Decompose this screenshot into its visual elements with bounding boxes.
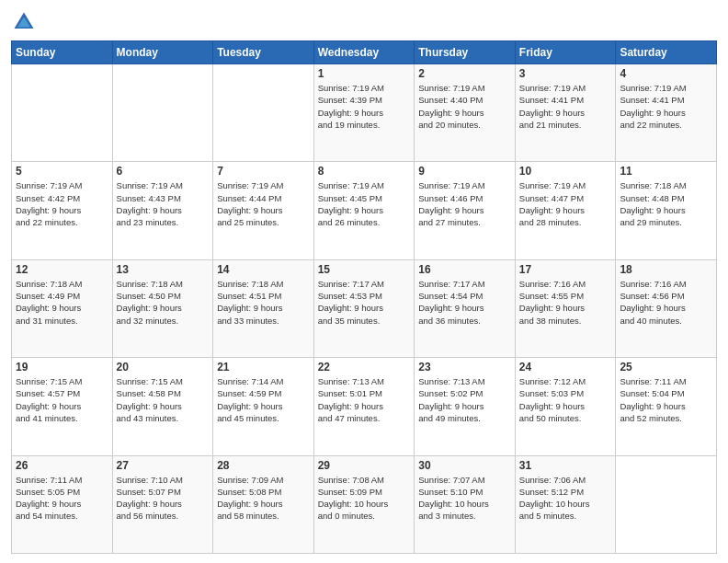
weekday-header: Tuesday [213, 41, 314, 64]
calendar-cell: 28Sunrise: 7:09 AM Sunset: 5:08 PM Dayli… [213, 455, 314, 553]
calendar-cell: 22Sunrise: 7:13 AM Sunset: 5:01 PM Dayli… [313, 358, 415, 455]
cell-date-number: 7 [217, 165, 310, 178]
cell-date-number: 24 [519, 361, 612, 373]
calendar-cell: 6Sunrise: 7:19 AM Sunset: 4:43 PM Daylig… [112, 162, 213, 259]
calendar-week-row: 5Sunrise: 7:19 AM Sunset: 4:42 PM Daylig… [12, 162, 717, 259]
cell-info-text: Sunrise: 7:15 AM Sunset: 4:58 PM Dayligh… [117, 375, 210, 424]
cell-info-text: Sunrise: 7:19 AM Sunset: 4:39 PM Dayligh… [318, 82, 411, 131]
weekday-header: Friday [515, 41, 616, 64]
cell-info-text: Sunrise: 7:18 AM Sunset: 4:48 PM Dayligh… [620, 179, 712, 228]
calendar-cell: 20Sunrise: 7:15 AM Sunset: 4:58 PM Dayli… [112, 358, 213, 455]
calendar-cell: 9Sunrise: 7:19 AM Sunset: 4:46 PM Daylig… [415, 162, 516, 259]
calendar-cell: 7Sunrise: 7:19 AM Sunset: 4:44 PM Daylig… [213, 162, 314, 259]
cell-date-number: 30 [418, 459, 511, 472]
cell-info-text: Sunrise: 7:15 AM Sunset: 4:57 PM Dayligh… [16, 375, 108, 424]
calendar-cell [213, 64, 314, 162]
cell-date-number: 28 [217, 459, 310, 472]
cell-date-number: 1 [318, 67, 411, 80]
calendar-cell: 23Sunrise: 7:13 AM Sunset: 5:02 PM Dayli… [415, 358, 516, 455]
cell-info-text: Sunrise: 7:10 AM Sunset: 5:07 PM Dayligh… [117, 474, 210, 523]
cell-info-text: Sunrise: 7:19 AM Sunset: 4:41 PM Dayligh… [620, 82, 712, 131]
cell-info-text: Sunrise: 7:19 AM Sunset: 4:42 PM Dayligh… [16, 179, 108, 228]
cell-date-number: 18 [620, 263, 712, 276]
cell-info-text: Sunrise: 7:13 AM Sunset: 5:01 PM Dayligh… [318, 375, 411, 424]
cell-info-text: Sunrise: 7:09 AM Sunset: 5:08 PM Dayligh… [217, 474, 310, 523]
calendar-cell: 26Sunrise: 7:11 AM Sunset: 5:05 PM Dayli… [12, 455, 113, 553]
cell-date-number: 13 [117, 263, 210, 276]
cell-date-number: 31 [519, 459, 612, 472]
cell-info-text: Sunrise: 7:18 AM Sunset: 4:51 PM Dayligh… [217, 278, 310, 327]
calendar-cell: 5Sunrise: 7:19 AM Sunset: 4:42 PM Daylig… [12, 162, 113, 259]
calendar-cell: 8Sunrise: 7:19 AM Sunset: 4:45 PM Daylig… [313, 162, 415, 259]
cell-info-text: Sunrise: 7:16 AM Sunset: 4:55 PM Dayligh… [519, 278, 612, 327]
cell-date-number: 9 [418, 165, 511, 178]
weekday-header: Monday [112, 41, 213, 64]
cell-info-text: Sunrise: 7:14 AM Sunset: 4:59 PM Dayligh… [217, 375, 310, 424]
cell-date-number: 6 [117, 165, 210, 178]
cell-info-text: Sunrise: 7:11 AM Sunset: 5:05 PM Dayligh… [16, 474, 108, 523]
weekday-header: Thursday [415, 41, 516, 64]
calendar-cell: 31Sunrise: 7:06 AM Sunset: 5:12 PM Dayli… [515, 455, 616, 553]
cell-info-text: Sunrise: 7:16 AM Sunset: 4:56 PM Dayligh… [620, 278, 712, 327]
calendar-week-row: 1Sunrise: 7:19 AM Sunset: 4:39 PM Daylig… [12, 64, 717, 162]
calendar-week-row: 26Sunrise: 7:11 AM Sunset: 5:05 PM Dayli… [12, 455, 717, 553]
cell-info-text: Sunrise: 7:19 AM Sunset: 4:40 PM Dayligh… [418, 82, 511, 131]
calendar-cell: 13Sunrise: 7:18 AM Sunset: 4:50 PM Dayli… [112, 259, 213, 357]
cell-info-text: Sunrise: 7:18 AM Sunset: 4:49 PM Dayligh… [16, 278, 108, 327]
cell-date-number: 15 [318, 263, 411, 276]
calendar-cell [12, 64, 113, 162]
cell-date-number: 17 [519, 263, 612, 276]
weekday-header: Sunday [12, 41, 113, 64]
cell-date-number: 29 [318, 459, 411, 472]
cell-info-text: Sunrise: 7:19 AM Sunset: 4:47 PM Dayligh… [519, 179, 612, 228]
calendar: SundayMondayTuesdayWednesdayThursdayFrid… [11, 40, 717, 554]
cell-info-text: Sunrise: 7:12 AM Sunset: 5:03 PM Dayligh… [519, 375, 612, 424]
calendar-cell: 14Sunrise: 7:18 AM Sunset: 4:51 PM Dayli… [213, 259, 314, 357]
calendar-cell: 17Sunrise: 7:16 AM Sunset: 4:55 PM Dayli… [515, 259, 616, 357]
calendar-cell: 11Sunrise: 7:18 AM Sunset: 4:48 PM Dayli… [616, 162, 717, 259]
calendar-cell: 27Sunrise: 7:10 AM Sunset: 5:07 PM Dayli… [112, 455, 213, 553]
cell-info-text: Sunrise: 7:08 AM Sunset: 5:09 PM Dayligh… [318, 474, 411, 523]
header [11, 9, 717, 35]
weekday-header: Saturday [616, 41, 717, 64]
weekday-header: Wednesday [313, 41, 415, 64]
cell-info-text: Sunrise: 7:19 AM Sunset: 4:46 PM Dayligh… [418, 179, 511, 228]
calendar-header: SundayMondayTuesdayWednesdayThursdayFrid… [12, 41, 717, 64]
cell-date-number: 12 [16, 263, 108, 276]
cell-date-number: 25 [620, 361, 712, 373]
cell-date-number: 4 [620, 67, 712, 80]
cell-date-number: 10 [519, 165, 612, 178]
cell-info-text: Sunrise: 7:17 AM Sunset: 4:53 PM Dayligh… [318, 278, 411, 327]
calendar-week-row: 12Sunrise: 7:18 AM Sunset: 4:49 PM Dayli… [12, 259, 717, 357]
calendar-cell: 16Sunrise: 7:17 AM Sunset: 4:54 PM Dayli… [415, 259, 516, 357]
calendar-cell: 24Sunrise: 7:12 AM Sunset: 5:03 PM Dayli… [515, 358, 616, 455]
cell-date-number: 8 [318, 165, 411, 178]
calendar-cell: 10Sunrise: 7:19 AM Sunset: 4:47 PM Dayli… [515, 162, 616, 259]
cell-date-number: 22 [318, 361, 411, 373]
cell-date-number: 19 [16, 361, 108, 373]
cell-date-number: 14 [217, 263, 310, 276]
logo-icon [11, 9, 37, 35]
cell-date-number: 23 [418, 361, 511, 373]
cell-info-text: Sunrise: 7:11 AM Sunset: 5:04 PM Dayligh… [620, 375, 712, 424]
cell-date-number: 20 [117, 361, 210, 373]
cell-info-text: Sunrise: 7:06 AM Sunset: 5:12 PM Dayligh… [519, 474, 612, 523]
calendar-cell: 2Sunrise: 7:19 AM Sunset: 4:40 PM Daylig… [415, 64, 516, 162]
calendar-cell: 21Sunrise: 7:14 AM Sunset: 4:59 PM Dayli… [213, 358, 314, 455]
cell-info-text: Sunrise: 7:17 AM Sunset: 4:54 PM Dayligh… [418, 278, 511, 327]
logo [11, 9, 40, 35]
cell-date-number: 11 [620, 165, 712, 178]
calendar-cell: 4Sunrise: 7:19 AM Sunset: 4:41 PM Daylig… [616, 64, 717, 162]
calendar-cell: 19Sunrise: 7:15 AM Sunset: 4:57 PM Dayli… [12, 358, 113, 455]
cell-date-number: 16 [418, 263, 511, 276]
cell-date-number: 27 [117, 459, 210, 472]
cell-date-number: 2 [418, 67, 511, 80]
cell-info-text: Sunrise: 7:19 AM Sunset: 4:41 PM Dayligh… [519, 82, 612, 131]
cell-info-text: Sunrise: 7:13 AM Sunset: 5:02 PM Dayligh… [418, 375, 511, 424]
calendar-cell: 12Sunrise: 7:18 AM Sunset: 4:49 PM Dayli… [12, 259, 113, 357]
cell-info-text: Sunrise: 7:19 AM Sunset: 4:44 PM Dayligh… [217, 179, 310, 228]
cell-info-text: Sunrise: 7:07 AM Sunset: 5:10 PM Dayligh… [418, 474, 511, 523]
weekday-row: SundayMondayTuesdayWednesdayThursdayFrid… [12, 41, 717, 64]
cell-date-number: 3 [519, 67, 612, 80]
calendar-cell: 25Sunrise: 7:11 AM Sunset: 5:04 PM Dayli… [616, 358, 717, 455]
